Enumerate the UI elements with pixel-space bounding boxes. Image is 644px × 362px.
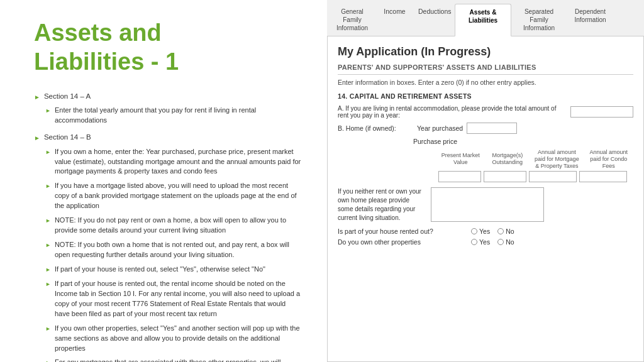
tab-separated-family[interactable]: Separated FamilyInformation	[511, 4, 567, 36]
own-other-row: Do you own other properties Yes No	[338, 238, 633, 246]
list-item: ► NOTE: If you do not pay rent or own a …	[45, 216, 302, 236]
annual-mortgage-input[interactable]	[529, 171, 577, 182]
arrow-icon: ►	[45, 280, 51, 288]
rented-no-option[interactable]: No	[497, 228, 514, 235]
purchase-price-row: Purchase price	[338, 138, 633, 145]
form-instruction: Enter information in boxes. Enter a zero…	[338, 79, 633, 86]
list-item: ► If you have a mortgage listed above, y…	[45, 181, 302, 211]
field-a-row: A. If you are living in rental accommoda…	[338, 105, 633, 119]
table-headers: Present MarketValue Mortgage(s)Outstandi…	[438, 149, 633, 169]
form-area: My Application (In Progress) PARENTS' AN…	[327, 36, 644, 362]
right-panel: General FamilyInformation Income Deducti…	[327, 0, 644, 362]
col-header-mortgage: Mortgage(s)Outstanding	[486, 152, 530, 166]
list-item: ► If you own other properties, select "Y…	[45, 324, 302, 354]
tabs-bar: General FamilyInformation Income Deducti…	[327, 0, 644, 36]
rented-yes-label: Yes	[479, 228, 490, 235]
textarea-section: If you neither rent or own your own home…	[338, 187, 633, 222]
tab-income[interactable]: Income	[377, 4, 412, 36]
arrow-icon: ►	[45, 182, 51, 190]
arrow-icon: ►	[45, 107, 51, 115]
arrow-icon: ►	[34, 133, 40, 143]
section-header: 14. CAPITAL AND RETIREMENT ASSETS	[338, 92, 633, 100]
col-header-annual-condo: Annual amountpaid for Condo Fees	[584, 149, 633, 169]
tab-general-family[interactable]: General FamilyInformation	[327, 4, 377, 36]
own-other-radio-group: Yes No	[471, 238, 514, 246]
arrow-icon: ►	[45, 217, 51, 225]
arrow-icon: ►	[45, 359, 51, 362]
tab-assets-liabilities[interactable]: Assets & Liabilities	[455, 4, 511, 36]
rented-no-label: No	[506, 228, 514, 235]
arrow-icon: ►	[34, 92, 40, 102]
own-yes-option[interactable]: Yes	[471, 238, 490, 246]
rented-yes-radio[interactable]	[471, 228, 477, 234]
tab-deductions[interactable]: Deductions	[412, 4, 455, 36]
rented-out-label: Is part of your house rented out?	[338, 228, 464, 235]
arrow-icon: ►	[45, 325, 51, 333]
rented-out-radio-group: Yes No	[471, 228, 514, 235]
list-item: ► If part of your house is rented out, t…	[45, 279, 302, 319]
field-a-input[interactable]	[570, 106, 633, 118]
arrow-icon: ►	[45, 266, 51, 274]
form-subtitle: PARENTS' AND SUPPORTERS' ASSETS AND LIAB…	[338, 63, 633, 75]
field-b-label: B. Home (if owned):	[338, 124, 413, 132]
list-item: ► Section 14 – B ► If you own a home, en…	[34, 132, 302, 362]
own-yes-radio[interactable]	[471, 239, 477, 245]
col-header-present: Present MarketValue	[438, 152, 483, 166]
rented-yes-option[interactable]: Yes	[471, 228, 490, 235]
arrow-icon: ►	[45, 148, 51, 156]
own-no-option[interactable]: No	[497, 238, 514, 246]
form-title: My Application (In Progress)	[338, 45, 633, 58]
textarea-label: If you neither rent or own your own home…	[338, 187, 426, 222]
mortgage-outstanding-input[interactable]	[484, 171, 526, 182]
col-header-annual-mortgage: Annual amountpaid for Mortgage & Propert…	[532, 149, 581, 169]
arrow-icon: ►	[45, 241, 51, 250]
year-purchased-label: Year purchased	[417, 124, 463, 132]
purchase-price-label: Purchase price	[413, 138, 457, 145]
annual-condo-input[interactable]	[579, 171, 627, 182]
list-item: ► NOTE: If you both own a home that is n…	[45, 240, 302, 260]
living-situation-textarea[interactable]	[431, 187, 544, 222]
year-purchased-input[interactable]	[467, 123, 517, 134]
tab-dependent[interactable]: DependentInformation	[567, 4, 614, 36]
list-item: ► If part of your house is rented out, s…	[45, 265, 302, 275]
property-inputs-row	[438, 171, 633, 182]
rented-out-row: Is part of your house rented out? Yes No	[338, 228, 633, 235]
field-a-label: A. If you are living in rental accommoda…	[338, 105, 567, 119]
list-item: ► For any mortgages that are associated …	[45, 358, 302, 362]
list-item: ► Section 14 – A ► Enter the total yearl…	[34, 91, 302, 126]
list-item: ► If you own a home, enter the: Year pur…	[45, 147, 302, 177]
present-market-input[interactable]	[438, 171, 481, 182]
own-other-label: Do you own other properties	[338, 238, 464, 246]
list-item: ► Enter the total yearly amount that you…	[45, 106, 302, 126]
rented-no-radio[interactable]	[497, 228, 504, 234]
left-panel: Assets and Liabilities - 1 ► Section 14 …	[0, 0, 327, 362]
page-title: Assets and Liabilities - 1	[34, 19, 302, 76]
own-yes-label: Yes	[479, 238, 490, 246]
field-b-row: B. Home (if owned): Year purchased	[338, 123, 633, 134]
own-no-label: No	[506, 238, 514, 246]
main-bullet-list: ► Section 14 – A ► Enter the total yearl…	[34, 91, 302, 362]
own-no-radio[interactable]	[497, 239, 504, 245]
